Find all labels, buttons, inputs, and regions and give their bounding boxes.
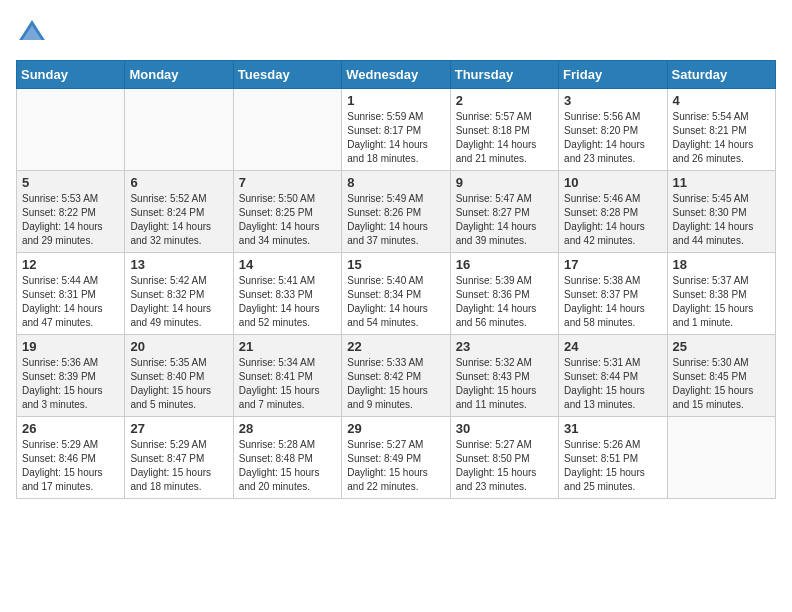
- day-info: Sunrise: 5:54 AM Sunset: 8:21 PM Dayligh…: [673, 110, 770, 166]
- calendar-week-5: 26Sunrise: 5:29 AM Sunset: 8:46 PM Dayli…: [17, 417, 776, 499]
- day-info: Sunrise: 5:47 AM Sunset: 8:27 PM Dayligh…: [456, 192, 553, 248]
- day-number: 15: [347, 257, 444, 272]
- day-number: 24: [564, 339, 661, 354]
- day-info: Sunrise: 5:50 AM Sunset: 8:25 PM Dayligh…: [239, 192, 336, 248]
- day-info: Sunrise: 5:59 AM Sunset: 8:17 PM Dayligh…: [347, 110, 444, 166]
- calendar-cell: 15Sunrise: 5:40 AM Sunset: 8:34 PM Dayli…: [342, 253, 450, 335]
- day-info: Sunrise: 5:29 AM Sunset: 8:47 PM Dayligh…: [130, 438, 227, 494]
- calendar-cell: 16Sunrise: 5:39 AM Sunset: 8:36 PM Dayli…: [450, 253, 558, 335]
- calendar-cell: 7Sunrise: 5:50 AM Sunset: 8:25 PM Daylig…: [233, 171, 341, 253]
- day-info: Sunrise: 5:26 AM Sunset: 8:51 PM Dayligh…: [564, 438, 661, 494]
- day-number: 29: [347, 421, 444, 436]
- calendar-cell: 17Sunrise: 5:38 AM Sunset: 8:37 PM Dayli…: [559, 253, 667, 335]
- calendar-week-1: 1Sunrise: 5:59 AM Sunset: 8:17 PM Daylig…: [17, 89, 776, 171]
- column-header-friday: Friday: [559, 61, 667, 89]
- calendar-cell: [125, 89, 233, 171]
- calendar-week-3: 12Sunrise: 5:44 AM Sunset: 8:31 PM Dayli…: [17, 253, 776, 335]
- column-header-saturday: Saturday: [667, 61, 775, 89]
- day-info: Sunrise: 5:27 AM Sunset: 8:50 PM Dayligh…: [456, 438, 553, 494]
- day-info: Sunrise: 5:39 AM Sunset: 8:36 PM Dayligh…: [456, 274, 553, 330]
- calendar-cell: 27Sunrise: 5:29 AM Sunset: 8:47 PM Dayli…: [125, 417, 233, 499]
- day-number: 16: [456, 257, 553, 272]
- calendar-cell: 26Sunrise: 5:29 AM Sunset: 8:46 PM Dayli…: [17, 417, 125, 499]
- column-header-sunday: Sunday: [17, 61, 125, 89]
- calendar-cell: 6Sunrise: 5:52 AM Sunset: 8:24 PM Daylig…: [125, 171, 233, 253]
- day-info: Sunrise: 5:29 AM Sunset: 8:46 PM Dayligh…: [22, 438, 119, 494]
- day-number: 28: [239, 421, 336, 436]
- day-number: 26: [22, 421, 119, 436]
- calendar-cell: 31Sunrise: 5:26 AM Sunset: 8:51 PM Dayli…: [559, 417, 667, 499]
- day-info: Sunrise: 5:49 AM Sunset: 8:26 PM Dayligh…: [347, 192, 444, 248]
- calendar-cell: 8Sunrise: 5:49 AM Sunset: 8:26 PM Daylig…: [342, 171, 450, 253]
- day-info: Sunrise: 5:31 AM Sunset: 8:44 PM Dayligh…: [564, 356, 661, 412]
- day-info: Sunrise: 5:37 AM Sunset: 8:38 PM Dayligh…: [673, 274, 770, 330]
- calendar-cell: 30Sunrise: 5:27 AM Sunset: 8:50 PM Dayli…: [450, 417, 558, 499]
- day-number: 20: [130, 339, 227, 354]
- day-info: Sunrise: 5:46 AM Sunset: 8:28 PM Dayligh…: [564, 192, 661, 248]
- calendar-cell: 20Sunrise: 5:35 AM Sunset: 8:40 PM Dayli…: [125, 335, 233, 417]
- day-number: 17: [564, 257, 661, 272]
- calendar-cell: 18Sunrise: 5:37 AM Sunset: 8:38 PM Dayli…: [667, 253, 775, 335]
- calendar-cell: 9Sunrise: 5:47 AM Sunset: 8:27 PM Daylig…: [450, 171, 558, 253]
- day-info: Sunrise: 5:35 AM Sunset: 8:40 PM Dayligh…: [130, 356, 227, 412]
- day-info: Sunrise: 5:32 AM Sunset: 8:43 PM Dayligh…: [456, 356, 553, 412]
- day-info: Sunrise: 5:40 AM Sunset: 8:34 PM Dayligh…: [347, 274, 444, 330]
- column-header-monday: Monday: [125, 61, 233, 89]
- day-number: 1: [347, 93, 444, 108]
- day-number: 13: [130, 257, 227, 272]
- day-number: 3: [564, 93, 661, 108]
- day-number: 7: [239, 175, 336, 190]
- day-number: 12: [22, 257, 119, 272]
- page-header: [16, 16, 776, 48]
- calendar-cell: 14Sunrise: 5:41 AM Sunset: 8:33 PM Dayli…: [233, 253, 341, 335]
- column-header-thursday: Thursday: [450, 61, 558, 89]
- day-number: 19: [22, 339, 119, 354]
- calendar-cell: 28Sunrise: 5:28 AM Sunset: 8:48 PM Dayli…: [233, 417, 341, 499]
- day-info: Sunrise: 5:44 AM Sunset: 8:31 PM Dayligh…: [22, 274, 119, 330]
- day-info: Sunrise: 5:41 AM Sunset: 8:33 PM Dayligh…: [239, 274, 336, 330]
- day-number: 2: [456, 93, 553, 108]
- day-number: 9: [456, 175, 553, 190]
- calendar-cell: 24Sunrise: 5:31 AM Sunset: 8:44 PM Dayli…: [559, 335, 667, 417]
- calendar-cell: 10Sunrise: 5:46 AM Sunset: 8:28 PM Dayli…: [559, 171, 667, 253]
- day-info: Sunrise: 5:53 AM Sunset: 8:22 PM Dayligh…: [22, 192, 119, 248]
- calendar-cell: 25Sunrise: 5:30 AM Sunset: 8:45 PM Dayli…: [667, 335, 775, 417]
- day-number: 10: [564, 175, 661, 190]
- calendar-cell: 13Sunrise: 5:42 AM Sunset: 8:32 PM Dayli…: [125, 253, 233, 335]
- day-info: Sunrise: 5:52 AM Sunset: 8:24 PM Dayligh…: [130, 192, 227, 248]
- calendar-cell: 19Sunrise: 5:36 AM Sunset: 8:39 PM Dayli…: [17, 335, 125, 417]
- day-number: 18: [673, 257, 770, 272]
- day-number: 23: [456, 339, 553, 354]
- day-number: 30: [456, 421, 553, 436]
- day-number: 5: [22, 175, 119, 190]
- day-number: 8: [347, 175, 444, 190]
- calendar-cell: 12Sunrise: 5:44 AM Sunset: 8:31 PM Dayli…: [17, 253, 125, 335]
- day-number: 21: [239, 339, 336, 354]
- day-info: Sunrise: 5:34 AM Sunset: 8:41 PM Dayligh…: [239, 356, 336, 412]
- calendar-cell: 4Sunrise: 5:54 AM Sunset: 8:21 PM Daylig…: [667, 89, 775, 171]
- day-info: Sunrise: 5:42 AM Sunset: 8:32 PM Dayligh…: [130, 274, 227, 330]
- calendar-cell: 3Sunrise: 5:56 AM Sunset: 8:20 PM Daylig…: [559, 89, 667, 171]
- calendar-cell: 29Sunrise: 5:27 AM Sunset: 8:49 PM Dayli…: [342, 417, 450, 499]
- day-info: Sunrise: 5:36 AM Sunset: 8:39 PM Dayligh…: [22, 356, 119, 412]
- day-info: Sunrise: 5:30 AM Sunset: 8:45 PM Dayligh…: [673, 356, 770, 412]
- day-number: 11: [673, 175, 770, 190]
- calendar-cell: [667, 417, 775, 499]
- calendar-table: SundayMondayTuesdayWednesdayThursdayFrid…: [16, 60, 776, 499]
- day-info: Sunrise: 5:38 AM Sunset: 8:37 PM Dayligh…: [564, 274, 661, 330]
- day-info: Sunrise: 5:33 AM Sunset: 8:42 PM Dayligh…: [347, 356, 444, 412]
- calendar-cell: 11Sunrise: 5:45 AM Sunset: 8:30 PM Dayli…: [667, 171, 775, 253]
- calendar-cell: [17, 89, 125, 171]
- calendar-cell: 5Sunrise: 5:53 AM Sunset: 8:22 PM Daylig…: [17, 171, 125, 253]
- day-info: Sunrise: 5:28 AM Sunset: 8:48 PM Dayligh…: [239, 438, 336, 494]
- day-number: 14: [239, 257, 336, 272]
- day-number: 22: [347, 339, 444, 354]
- logo-icon: [16, 16, 48, 48]
- calendar-cell: 23Sunrise: 5:32 AM Sunset: 8:43 PM Dayli…: [450, 335, 558, 417]
- day-number: 4: [673, 93, 770, 108]
- calendar-cell: 2Sunrise: 5:57 AM Sunset: 8:18 PM Daylig…: [450, 89, 558, 171]
- day-number: 31: [564, 421, 661, 436]
- day-info: Sunrise: 5:27 AM Sunset: 8:49 PM Dayligh…: [347, 438, 444, 494]
- calendar-header-row: SundayMondayTuesdayWednesdayThursdayFrid…: [17, 61, 776, 89]
- calendar-cell: [233, 89, 341, 171]
